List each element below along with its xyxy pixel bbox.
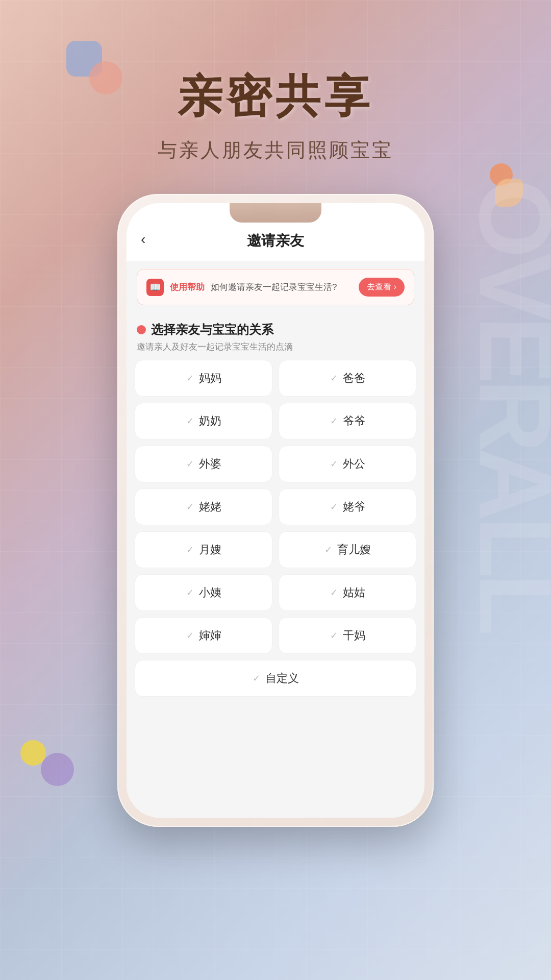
relation-yuesao[interactable]: ✓ 月嫂: [135, 531, 272, 568]
relation-label: 小姨: [199, 585, 221, 600]
main-title: 亲密共享: [0, 66, 551, 127]
relation-waigong[interactable]: ✓ 外公: [279, 446, 416, 482]
check-icon: ✓: [186, 415, 194, 427]
relation-label: 外婆: [199, 456, 221, 472]
section-dot: [137, 325, 146, 334]
help-text: 如何邀请亲友一起记录宝宝生活?: [211, 281, 353, 293]
help-banner: 📖 使用帮助 如何邀请亲友一起记录宝宝生活? 去查看 ›: [137, 269, 414, 305]
relation-label: 姥爷: [343, 499, 365, 514]
relation-xiaoyi[interactable]: ✓ 小姨: [135, 574, 272, 611]
relation-label: 爷爷: [343, 413, 365, 429]
relation-label: 月嫂: [199, 542, 221, 557]
sub-title: 与亲人朋友共同照顾宝宝: [0, 137, 551, 163]
relation-label: 姥姥: [199, 499, 221, 514]
check-icon: ✓: [330, 415, 338, 427]
phone-inner: ‹ 邀请亲友 📖 使用帮助 如何邀请亲友一起记录宝宝生活? 去查看 › 选择亲友…: [127, 203, 424, 818]
check-icon: ✓: [324, 544, 332, 555]
check-icon: ✓: [186, 587, 194, 598]
relation-mama[interactable]: ✓ 妈妈: [135, 360, 272, 397]
relation-label: 爸爸: [343, 371, 365, 386]
check-icon: ✓: [253, 673, 260, 684]
check-icon: ✓: [186, 373, 194, 384]
phone-wrapper: ‹ 邀请亲友 📖 使用帮助 如何邀请亲友一起记录宝宝生活? 去查看 › 选择亲友…: [0, 194, 551, 827]
relation-baba[interactable]: ✓ 爸爸: [279, 360, 416, 397]
check-icon: ✓: [186, 458, 194, 470]
relation-gugu[interactable]: ✓ 姑姑: [279, 574, 416, 611]
phone-notch: [230, 203, 321, 223]
relation-ganma[interactable]: ✓ 干妈: [279, 617, 416, 654]
section-subtitle: 邀请亲人及好友一起记录宝宝生活的点滴: [127, 341, 424, 360]
section-header: 选择亲友与宝宝的关系: [127, 313, 424, 341]
check-icon: ✓: [330, 630, 338, 641]
phone-screen: ‹ 邀请亲友 📖 使用帮助 如何邀请亲友一起记录宝宝生活? 去查看 › 选择亲友…: [127, 203, 424, 818]
header-section: 亲密共享 与亲人朋友共同照顾宝宝: [0, 0, 551, 163]
check-icon: ✓: [330, 458, 338, 470]
relation-custom[interactable]: ✓ 自定义: [135, 660, 416, 697]
relation-label: 姑姑: [343, 585, 365, 600]
screen-title: 邀请亲友: [247, 231, 304, 251]
check-icon: ✓: [330, 587, 338, 598]
relations-grid: ✓ 妈妈 ✓ 爸爸 ✓ 奶奶 ✓ 爷爷: [127, 360, 424, 697]
check-icon: ✓: [186, 630, 194, 641]
relation-yeye[interactable]: ✓ 爷爷: [279, 403, 416, 439]
relation-laoye[interactable]: ✓ 姥爷: [279, 488, 416, 525]
relation-waipo[interactable]: ✓ 外婆: [135, 446, 272, 482]
relation-label: 妈妈: [199, 371, 221, 386]
phone-outer: ‹ 邀请亲友 📖 使用帮助 如何邀请亲友一起记录宝宝生活? 去查看 › 选择亲友…: [117, 194, 434, 827]
relation-nainai[interactable]: ✓ 奶奶: [135, 403, 272, 439]
section-title: 选择亲友与宝宝的关系: [151, 322, 273, 338]
back-button[interactable]: ‹: [141, 231, 145, 248]
help-button[interactable]: 去查看 ›: [359, 278, 405, 297]
check-icon: ✓: [186, 501, 194, 512]
relation-laolao[interactable]: ✓ 姥姥: [135, 488, 272, 525]
help-icon: 📖: [146, 279, 164, 296]
check-icon: ✓: [330, 501, 338, 512]
relation-label: 婶婶: [199, 628, 221, 643]
relation-yuersao[interactable]: ✓ 育儿嫂: [279, 531, 416, 568]
relation-label: 干妈: [343, 628, 365, 643]
relation-label: 自定义: [265, 671, 299, 686]
check-icon: ✓: [186, 544, 194, 555]
relation-label: 奶奶: [199, 413, 221, 429]
help-label: 使用帮助: [170, 281, 205, 293]
relation-label: 育儿嫂: [337, 542, 371, 557]
relation-label: 外公: [343, 456, 365, 472]
relation-shenshen[interactable]: ✓ 婶婶: [135, 617, 272, 654]
check-icon: ✓: [330, 373, 338, 384]
